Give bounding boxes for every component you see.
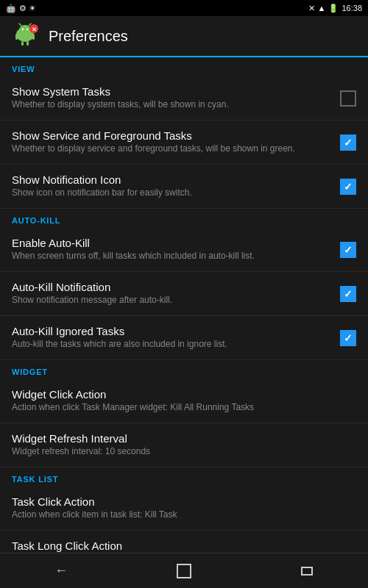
pref-summary-auto-kill-ignored: Auto-kill the tasks which are also inclu…	[12, 339, 331, 351]
pref-text-task-long-click-action: Task Long Click ActionAction when long c…	[12, 539, 356, 553]
pref-text-enable-auto-kill: Enable Auto-KillWhen screen turns off, k…	[12, 237, 331, 262]
pref-summary-widget-click-action: Action when click Task Manager widget: K…	[12, 402, 356, 414]
recents-icon	[301, 567, 313, 576]
recents-button[interactable]	[285, 558, 329, 584]
back-button[interactable]: ←	[39, 558, 83, 584]
preferences-content: VIEWShow System TasksWhether to display …	[0, 57, 368, 553]
svg-rect-6	[15, 34, 18, 40]
pref-summary-widget-refresh-interval: Widget refresh interval: 10 seconds	[12, 446, 356, 458]
notification-icons: ⚙ ☀	[19, 4, 36, 13]
pref-text-auto-kill-notification: Auto-Kill NotificationShow notification …	[12, 281, 331, 306]
pref-control-auto-kill-ignored[interactable]	[340, 330, 356, 346]
checkbox-enable-auto-kill[interactable]	[340, 242, 356, 258]
clock: 16:38	[342, 4, 362, 12]
signal-icon: ✕	[308, 4, 315, 13]
page-title: Preferences	[49, 28, 128, 45]
bottom-nav-bar: ←	[0, 553, 368, 588]
pref-summary-show-service-foreground: Whether to display service and foregroun…	[12, 143, 331, 155]
pref-text-task-click-action: Task Click ActionAction when click item …	[12, 495, 356, 521]
section-header-widget: WIDGET	[0, 360, 368, 379]
pref-title-task-long-click-action: Task Long Click Action	[12, 539, 356, 552]
svg-line-4	[19, 24, 21, 26]
pref-text-show-system-tasks: Show System TasksWhether to display syst…	[12, 85, 331, 111]
home-icon	[177, 564, 191, 578]
pref-title-show-notification-icon: Show Notification Icon	[12, 173, 331, 186]
pref-title-show-service-foreground: Show Service and Foreground Tasks	[12, 129, 331, 142]
svg-rect-7	[32, 34, 35, 40]
pref-text-widget-refresh-interval: Widget Refresh IntervalWidget refresh in…	[12, 432, 356, 458]
svg-text:✕: ✕	[32, 26, 37, 33]
pref-summary-task-click-action: Action when click item in task list: Kil…	[12, 509, 356, 521]
pref-text-widget-click-action: Widget Click ActionAction when click Tas…	[12, 388, 356, 414]
pref-title-task-click-action: Task Click Action	[12, 495, 356, 508]
checkbox-show-service-foreground[interactable]	[340, 135, 356, 151]
android-icon: 🤖	[6, 4, 16, 13]
pref-summary-show-system-tasks: Whether to display system tasks, will be…	[12, 99, 331, 111]
svg-point-1	[19, 25, 31, 35]
checkbox-auto-kill-ignored[interactable]	[340, 330, 356, 346]
checkbox-show-notification-icon[interactable]	[340, 179, 356, 195]
pref-item-auto-kill-notification[interactable]: Auto-Kill NotificationShow notification …	[0, 272, 368, 316]
pref-control-show-service-foreground[interactable]	[340, 135, 356, 151]
battery-icon: 🔋	[328, 4, 339, 13]
pref-control-show-notification-icon[interactable]	[340, 179, 356, 195]
app-logo: ✕	[12, 23, 38, 49]
pref-text-auto-kill-ignored: Auto-Kill Ignored TasksAuto-kill the tas…	[12, 325, 331, 351]
svg-rect-8	[21, 41, 24, 46]
pref-item-widget-refresh-interval[interactable]: Widget Refresh IntervalWidget refresh in…	[0, 423, 368, 467]
pref-item-auto-kill-ignored[interactable]: Auto-Kill Ignored TasksAuto-kill the tas…	[0, 316, 368, 360]
pref-summary-show-notification-icon: Show icon on notification bar for easily…	[12, 187, 331, 199]
pref-item-show-notification-icon[interactable]: Show Notification IconShow icon on notif…	[0, 165, 368, 209]
pref-item-task-long-click-action[interactable]: Task Long Click ActionAction when long c…	[0, 531, 368, 553]
pref-control-enable-auto-kill[interactable]	[340, 242, 356, 258]
pref-item-show-service-foreground[interactable]: Show Service and Foreground TasksWhether…	[0, 121, 368, 165]
pref-title-auto-kill-ignored: Auto-Kill Ignored Tasks	[12, 325, 331, 337]
home-button[interactable]	[162, 558, 206, 584]
pref-control-show-system-tasks[interactable]	[340, 90, 356, 107]
pref-text-show-service-foreground: Show Service and Foreground TasksWhether…	[12, 129, 331, 155]
pref-item-enable-auto-kill[interactable]: Enable Auto-KillWhen screen turns off, k…	[0, 228, 368, 272]
status-bar-left: 🤖 ⚙ ☀	[6, 4, 36, 13]
svg-point-2	[22, 29, 24, 30]
section-header-auto-kill: AUTO-KILL	[0, 209, 368, 228]
pref-title-widget-refresh-interval: Widget Refresh Interval	[12, 432, 356, 445]
pref-item-widget-click-action[interactable]: Widget Click ActionAction when click Tas…	[0, 379, 368, 423]
svg-rect-9	[26, 41, 29, 46]
pref-item-show-system-tasks[interactable]: Show System TasksWhether to display syst…	[0, 76, 368, 121]
pref-title-show-system-tasks: Show System Tasks	[12, 85, 331, 98]
pref-summary-enable-auto-kill: When screen turns off, kill tasks which …	[12, 251, 331, 262]
checkbox-auto-kill-notification[interactable]	[340, 286, 356, 302]
svg-point-3	[26, 29, 28, 30]
pref-text-show-notification-icon: Show Notification IconShow icon on notif…	[12, 173, 331, 199]
top-bar: ✕ Preferences	[0, 16, 368, 57]
back-icon: ←	[54, 563, 68, 578]
wifi-icon: ▲	[318, 4, 326, 12]
section-header-view: VIEW	[0, 57, 368, 76]
pref-summary-auto-kill-notification: Show notification message after auto-kil…	[12, 295, 331, 306]
status-bar: 🤖 ⚙ ☀ ✕ ▲ 🔋 16:38	[0, 0, 368, 16]
status-bar-right: ✕ ▲ 🔋 16:38	[308, 4, 362, 13]
checkbox-show-system-tasks[interactable]	[340, 90, 356, 107]
pref-item-task-click-action[interactable]: Task Click ActionAction when click item …	[0, 487, 368, 531]
pref-title-enable-auto-kill: Enable Auto-Kill	[12, 237, 331, 249]
pref-control-auto-kill-notification[interactable]	[340, 286, 356, 302]
section-header-task-list: TASK LIST	[0, 467, 368, 487]
pref-title-widget-click-action: Widget Click Action	[12, 388, 356, 401]
pref-title-auto-kill-notification: Auto-Kill Notification	[12, 281, 331, 293]
